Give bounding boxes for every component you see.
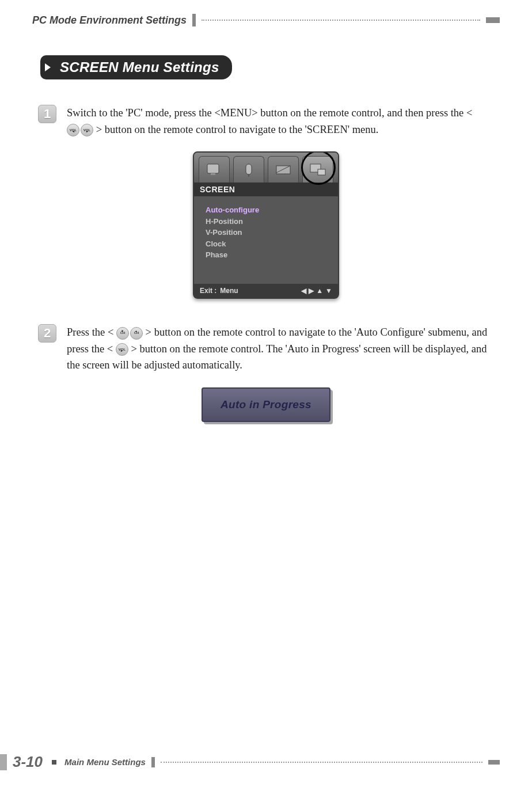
- section-title: SCREEN Menu Settings: [60, 59, 219, 75]
- osd-item-clock: Clock: [206, 238, 329, 250]
- square-bullet-icon: [52, 760, 56, 765]
- osd-item-phase: Phase: [206, 249, 329, 261]
- header-tail-bar: [486, 17, 500, 23]
- vol-right-icon: VOL▸: [116, 343, 128, 356]
- page-header: PC Mode Environment Settings: [32, 14, 500, 26]
- auto-in-progress-label: Auto in Progress: [221, 398, 311, 411]
- osd-footer: Exit : Menu ◀▶▲▼: [194, 284, 338, 298]
- osd-menu-label: Menu: [220, 287, 238, 295]
- header-title: PC Mode Environment Settings: [32, 14, 187, 26]
- osd-tab-pc-icon: [302, 156, 333, 183]
- svg-marker-0: [45, 63, 51, 71]
- step-1: 1 Switch to the 'PC' mode, press the <ME…: [38, 105, 500, 138]
- ch-up-down-icons: ▾CH ▴CH: [116, 327, 143, 340]
- osd-item-auto-configure: Auto-configure: [206, 204, 329, 216]
- page-number: 3-10: [13, 753, 46, 771]
- header-dotted-rule: [202, 20, 480, 21]
- osd-arrow-icons: ◀▶▲▼: [301, 287, 332, 295]
- step-2: 2 Press the < ▾CH ▴CH > button on the re…: [38, 324, 500, 374]
- header-accent-bar: [192, 14, 196, 26]
- osd-tab-picture-icon: [199, 156, 230, 183]
- footer-dotted-rule: [161, 762, 482, 763]
- step-number-badge: 2: [38, 324, 56, 343]
- svg-rect-8: [318, 169, 325, 175]
- osd-tab-feature-icon: [268, 156, 299, 183]
- footer-section-label: Main Menu Settings: [64, 757, 146, 767]
- section-title-pill: SCREEN Menu Settings: [40, 55, 500, 79]
- svg-rect-3: [246, 164, 252, 174]
- osd-item-v-position: V-Position: [206, 227, 329, 238]
- footer-tail-bar: [488, 760, 500, 765]
- page-footer: 3-10 Main Menu Settings: [0, 753, 532, 771]
- auto-in-progress-screenshot: Auto in Progress: [202, 387, 330, 422]
- vol-left-right-icons: VOL◂ VOL▸: [67, 124, 93, 136]
- footer-accent-bar: [151, 757, 155, 767]
- svg-rect-2: [211, 173, 215, 175]
- vol-right-icon: VOL▸: [81, 124, 93, 136]
- osd-item-h-position: H-Position: [206, 216, 329, 227]
- osd-title: SCREEN: [194, 183, 338, 196]
- vol-left-icon: VOL◂: [67, 124, 79, 136]
- step-2-text: Press the < ▾CH ▴CH > button on the remo…: [67, 324, 500, 374]
- vol-right-icon-inline: VOL▸: [116, 343, 128, 356]
- footer-accent-block: [0, 754, 7, 770]
- step-number-badge: 1: [38, 105, 56, 123]
- osd-tab-sound-icon: [233, 156, 264, 183]
- ch-up-icon: ▴CH: [130, 327, 143, 340]
- osd-tabs: [194, 153, 338, 183]
- triangle-right-icon: [40, 55, 55, 79]
- osd-screenshot: SCREEN Auto-configure H-Position V-Posit…: [193, 151, 339, 299]
- step-1-text: Switch to the 'PC' mode, press the <MENU…: [67, 105, 500, 138]
- osd-menu-list: Auto-configure H-Position V-Position Clo…: [194, 196, 338, 284]
- ch-down-icon: ▾CH: [116, 327, 129, 340]
- osd-exit-label: Exit :: [200, 287, 216, 295]
- svg-rect-1: [207, 164, 219, 173]
